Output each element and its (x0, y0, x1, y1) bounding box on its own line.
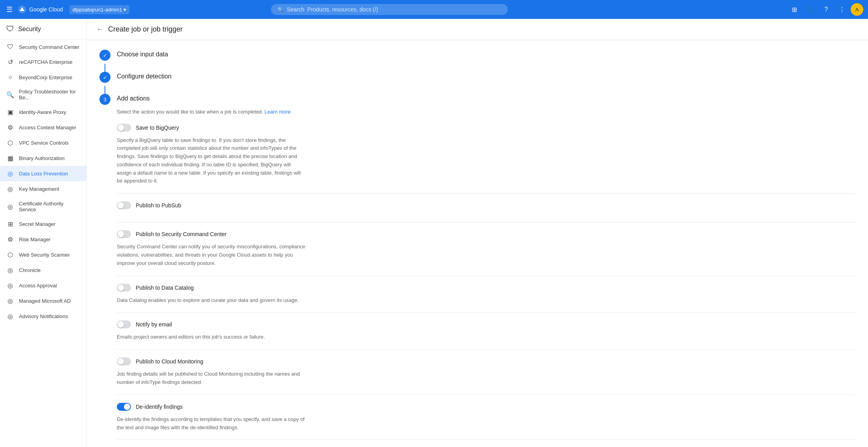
de-identify-findings-toggle[interactable] (117, 403, 131, 411)
notify-by-email-toggle[interactable] (117, 320, 131, 328)
help-icon[interactable]: ? (819, 2, 833, 17)
save-to-bigquery-header: Save to BigQuery (117, 124, 855, 132)
recaptcha-enterprise-label: reCAPTCHA Enterprise (19, 59, 73, 65)
chronicle-label: Chronicle (19, 267, 41, 273)
access-context-manager-icon: ⚙ (6, 124, 14, 131)
step-3-title: Add actions (117, 94, 150, 102)
save-to-bigquery-toggle-thumb (118, 125, 124, 131)
sidebar-item-secret-manager[interactable]: ⊞Secret Manager (0, 216, 86, 232)
vpc-service-controls-label: VPC Service Controls (19, 140, 69, 146)
save-to-bigquery-toggle[interactable] (117, 124, 131, 132)
publish-to-data-catalog-title: Publish to Data Catalog (136, 285, 194, 291)
step-2-title: Configure detection (117, 72, 172, 80)
sidebar-item-recaptcha-enterprise[interactable]: ↺reCAPTCHA Enterprise (0, 54, 86, 70)
publish-to-scc-header: Publish to Security Command Center (117, 230, 855, 238)
managed-microsoft-ad-label: Managed Microsoft AD (19, 298, 71, 304)
page-header: ← Create job or job trigger (87, 19, 868, 40)
sidebar-item-access-context-manager[interactable]: ⚙Access Context Manager (0, 120, 86, 135)
security-command-center-icon: 🛡 (6, 43, 14, 50)
security-shield-icon: 🛡 (6, 24, 14, 34)
search-input[interactable] (287, 6, 501, 13)
notify-by-email-description: Emails project owners and editors on thi… (117, 333, 306, 341)
sidebar-item-policy-troubleshooter[interactable]: 🔍Policy Troubleshooter for Be... (0, 85, 86, 104)
sidebar-item-advisory-notifications[interactable]: ◎Advisory Notifications (0, 309, 86, 324)
managed-microsoft-ad-icon: ◎ (6, 297, 14, 305)
search-icon: 🔍 (277, 7, 284, 13)
key-management-icon: ◎ (6, 185, 14, 193)
secret-manager-icon: ⊞ (6, 220, 14, 228)
publish-to-cloud-monitoring-toggle[interactable] (117, 358, 131, 365)
publish-to-scc-title: Publish to Security Command Center (136, 231, 226, 237)
key-management-label: Key Management (19, 186, 59, 192)
step-1-title: Choose input data (117, 50, 168, 58)
back-button[interactable]: ← (96, 25, 103, 34)
publish-to-pubsub-toggle[interactable] (117, 201, 131, 209)
action-item-publish-to-cloud-monitoring: Publish to Cloud Monitoring Job finding … (117, 358, 855, 395)
sidebar-item-web-security-scanner[interactable]: ⬡Web Security Scanner (0, 247, 86, 263)
search-bar[interactable]: 🔍 (271, 4, 508, 15)
sidebar-item-access-approval[interactable]: ◎Access Approval (0, 278, 86, 293)
sidebar-item-binary-authorization[interactable]: ▦Binary Authorization (0, 151, 86, 166)
sidebar-title: Security (18, 26, 41, 33)
page-title: Create job or job trigger (108, 25, 183, 34)
actions-container: Save to BigQuery Specify a BigQuery tabl… (117, 124, 855, 447)
account-icon[interactable]: 👤 (803, 2, 817, 17)
more-options-icon[interactable]: ⋮ (835, 2, 849, 17)
advisory-notifications-icon: ◎ (6, 313, 14, 320)
sidebar-item-vpc-service-controls[interactable]: ⬡VPC Service Controls (0, 135, 86, 151)
vpc-service-controls-icon: ⬡ (6, 139, 14, 147)
publish-to-scc-toggle-track (117, 230, 131, 238)
step-connector-2 (105, 86, 105, 94)
sidebar: 🛡 Security 🛡Security Command Center↺reCA… (0, 19, 87, 447)
de-identify-findings-description: De-identify the findings according to te… (117, 415, 306, 432)
sidebar-item-chronicle[interactable]: ◎Chronicle (0, 263, 86, 278)
sidebar-item-key-management[interactable]: ◎Key Management (0, 181, 86, 197)
save-to-bigquery-title: Save to BigQuery (136, 125, 179, 131)
publish-to-data-catalog-toggle-thumb (118, 285, 124, 291)
project-selector[interactable]: dlppsabqrun1-admin1 ▾ (69, 5, 130, 14)
main-content: ← Create job or job trigger ✓ Choose inp… (87, 19, 868, 447)
sidebar-item-security-command-center[interactable]: 🛡Security Command Center (0, 39, 86, 54)
nav-icons: ⊞ 👤 ? ⋮ A (788, 2, 863, 17)
sidebar-item-risk-manager[interactable]: ⚙Risk Manager (0, 232, 86, 247)
publish-to-cloud-monitoring-toggle-track (117, 358, 131, 365)
chevron-down-icon: ▾ (123, 7, 126, 13)
step-1-indicator: ✓ (99, 50, 110, 61)
publish-to-data-catalog-toggle-track (117, 284, 131, 292)
sidebar-items: 🛡Security Command Center↺reCAPTCHA Enter… (0, 39, 86, 324)
binary-authorization-label: Binary Authorization (19, 155, 65, 161)
sidebar-item-data-loss-prevention[interactable]: ◎Data Loss Prevention (0, 166, 86, 181)
apps-icon[interactable]: ⊞ (788, 2, 802, 17)
action-item-publish-to-pubsub: Publish to PubSub (117, 201, 855, 222)
top-navigation: ☰ Google Cloud dlppsabqrun1-admin1 ▾ 🔍 ⊞… (0, 0, 868, 19)
sidebar-item-identity-aware-proxy[interactable]: ▣Identity-Aware Proxy (0, 104, 86, 120)
notify-by-email-header: Notify by email (117, 320, 855, 328)
publish-to-pubsub-toggle-track (117, 201, 131, 209)
google-cloud-logo[interactable]: Google Cloud (17, 5, 63, 14)
publish-to-pubsub-title: Publish to PubSub (136, 202, 181, 209)
action-item-publish-to-data-catalog: Publish to Data Catalog Data Catalog ena… (117, 284, 855, 313)
publish-to-scc-description: Security Command Center can notify you o… (117, 243, 306, 267)
step-3-description: Select the action you would like to take… (117, 108, 855, 116)
sidebar-item-managed-microsoft-ad[interactable]: ◎Managed Microsoft AD (0, 293, 86, 309)
learn-more-link[interactable]: Learn more (264, 109, 290, 115)
publish-to-pubsub-toggle-thumb (118, 202, 124, 209)
security-command-center-label: Security Command Center (19, 44, 79, 50)
publish-to-cloud-monitoring-toggle-thumb (118, 358, 124, 365)
action-item-save-to-bigquery: Save to BigQuery Specify a BigQuery tabl… (117, 124, 855, 194)
publish-to-data-catalog-toggle[interactable] (117, 284, 131, 292)
hamburger-menu-icon[interactable]: ☰ (5, 4, 14, 15)
web-security-scanner-icon: ⬡ (6, 251, 14, 259)
beyondcorp-enterprise-label: BeyondCorp Enterprise (19, 74, 72, 80)
sidebar-item-certificate-authority-service[interactable]: ◎Certificate Authority Service (0, 197, 86, 216)
sidebar-item-beyondcorp-enterprise[interactable]: ○BeyondCorp Enterprise (0, 70, 86, 85)
risk-manager-label: Risk Manager (19, 237, 51, 242)
access-context-manager-label: Access Context Manager (19, 125, 76, 130)
user-avatar[interactable]: A (851, 3, 863, 16)
step-2-indicator: ✓ (99, 72, 110, 83)
recaptcha-enterprise-icon: ↺ (6, 58, 14, 66)
publish-to-scc-toggle[interactable] (117, 230, 131, 238)
step-1-row: ✓ Choose input data (99, 50, 855, 61)
de-identify-findings-header: De-identify findings (117, 403, 855, 411)
step-3-indicator: 3 (99, 94, 110, 105)
